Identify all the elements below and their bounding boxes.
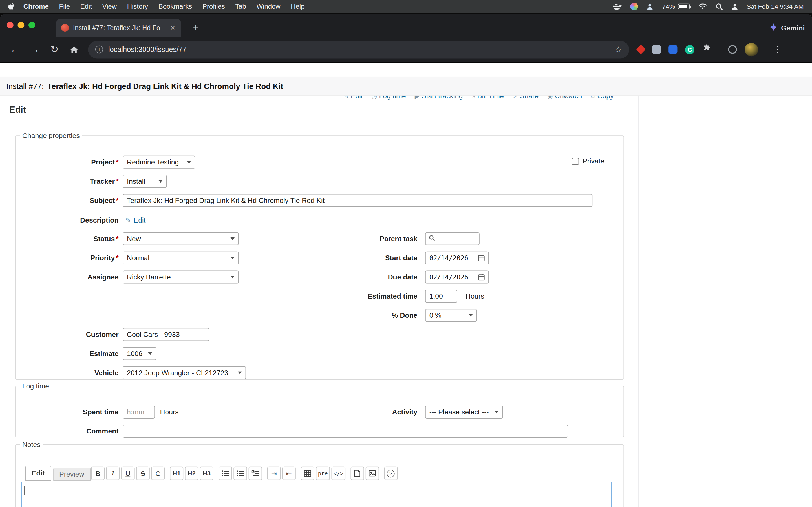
apple-menu-icon[interactable] (8, 3, 15, 10)
done-label: % Done (306, 312, 421, 320)
parent-task-input[interactable] (425, 232, 479, 245)
pinwheel-app-icon[interactable] (630, 3, 638, 10)
extension-blue-icon[interactable] (668, 45, 677, 54)
user-switch-icon[interactable] (731, 3, 739, 10)
extension-ring-icon[interactable] (728, 45, 737, 54)
wifi-icon[interactable] (698, 3, 707, 10)
image-button[interactable] (366, 467, 379, 480)
underline-button[interactable]: U (121, 467, 135, 480)
chevron-down-icon (238, 372, 242, 374)
battery-indicator[interactable]: 74% (662, 3, 689, 10)
start-date-input[interactable]: 02/14/2026 (425, 251, 489, 265)
traffic-light-minimize[interactable] (17, 22, 24, 29)
done-select[interactable]: 0 % (425, 309, 477, 322)
docker-icon[interactable] (613, 3, 622, 10)
start-date-label: Start date (306, 254, 421, 262)
person-app-icon[interactable] (647, 3, 654, 10)
tab-edit[interactable]: Edit (26, 466, 51, 481)
chevron-down-icon (187, 161, 191, 163)
menu-tab[interactable]: Tab (230, 0, 251, 13)
menu-history[interactable]: History (122, 0, 153, 13)
help-button[interactable]: ? (384, 467, 398, 480)
bookmark-star-icon[interactable]: ☆ (615, 45, 622, 54)
tab-preview[interactable]: Preview (53, 467, 90, 481)
start-date-row: Start date 02/14/2026 (306, 251, 624, 265)
description-edit-link[interactable]: ✎ Edit (125, 216, 146, 224)
heading3-button[interactable]: H3 (200, 467, 213, 480)
subject-input[interactable] (123, 194, 592, 207)
tracker-select[interactable]: Install (123, 175, 167, 188)
vehicle-select[interactable]: 2012 Jeep Wrangler - CL212723 (123, 366, 246, 379)
activity-row: Activity --- Please select --- (306, 406, 624, 418)
due-date-input[interactable]: 02/14/2026 (425, 271, 489, 284)
url-text[interactable]: localhost:3000/issues/77 (108, 46, 609, 54)
extension-red-icon[interactable] (636, 45, 646, 54)
traffic-light-zoom[interactable] (29, 22, 35, 29)
italic-button[interactable]: I (106, 467, 120, 480)
spent-time-input[interactable] (123, 406, 155, 418)
site-info-icon[interactable]: i (95, 46, 103, 54)
notes-textarea[interactable] (21, 482, 612, 507)
status-select[interactable]: New (123, 232, 239, 245)
quote-button[interactable]: ⇥ (267, 467, 281, 480)
profile-avatar[interactable] (745, 43, 758, 56)
traffic-light-close[interactable] (7, 22, 13, 29)
comment-input[interactable] (123, 425, 568, 438)
menu-help[interactable]: Help (286, 0, 310, 13)
spotlight-icon[interactable] (715, 3, 723, 10)
table-button[interactable] (301, 467, 314, 480)
address-bar[interactable]: i localhost:3000/issues/77 ☆ (88, 41, 629, 58)
bold-button[interactable]: B (91, 467, 105, 480)
menu-view[interactable]: View (97, 0, 122, 13)
activity-select[interactable]: --- Please select --- (425, 406, 503, 418)
extensions-puzzle-icon[interactable] (702, 43, 712, 55)
extension-grammarly-icon[interactable]: G (685, 45, 695, 54)
window-controls (7, 22, 35, 29)
browser-tab[interactable]: Install #77: Teraflex Jk: Hd Fo × (56, 18, 181, 37)
extensions-area: G ⋮ (638, 43, 784, 56)
browser-menu-icon[interactable]: ⋮ (771, 44, 784, 55)
strikethrough-button[interactable]: S (136, 467, 150, 480)
menu-file[interactable]: File (54, 0, 75, 13)
project-select[interactable]: Redmine Testing (123, 156, 195, 169)
menu-bookmarks[interactable]: Bookmarks (153, 0, 197, 13)
home-button[interactable] (65, 41, 83, 58)
customer-input[interactable] (123, 328, 209, 341)
forward-button[interactable]: → (26, 41, 43, 58)
menu-app-name[interactable]: Chrome (18, 0, 54, 13)
private-checkbox[interactable] (572, 158, 579, 165)
estimated-time-input[interactable] (425, 290, 457, 303)
menubar-clock[interactable]: Sat Feb 14 9:34 AM (747, 3, 804, 10)
numbered-list-button[interactable] (234, 467, 247, 480)
page: Install #77: Teraflex Jk: Hd Forged Drag… (0, 76, 812, 507)
reload-button[interactable]: ↻ (46, 41, 63, 58)
menu-window[interactable]: Window (251, 0, 286, 13)
menu-profiles[interactable]: Profiles (197, 0, 230, 13)
bullet-list-button[interactable] (218, 467, 232, 480)
code-block-button[interactable]: </> (331, 467, 345, 480)
unquote-button[interactable]: ⇤ (282, 467, 296, 480)
gemini-button[interactable]: Gemini (770, 23, 805, 33)
activity-label: Activity (306, 408, 421, 416)
menu-bar-left: Chrome File Edit View History Bookmarks … (8, 0, 310, 13)
new-tab-button[interactable]: + (190, 21, 202, 34)
heading2-button[interactable]: H2 (185, 467, 199, 480)
estimate-select[interactable]: 1006 (123, 347, 156, 360)
priority-select[interactable]: Normal (123, 251, 239, 265)
tab-close-icon[interactable]: × (169, 23, 176, 32)
inline-code-button[interactable]: C (151, 467, 165, 480)
extension-clip-icon[interactable] (652, 45, 661, 54)
back-button[interactable]: ← (6, 41, 24, 58)
hours-suffix: Hours (160, 408, 179, 416)
task-list-button[interactable] (249, 467, 262, 480)
assignee-select[interactable]: Ricky Barrette (123, 271, 239, 284)
wiki-link-button[interactable] (350, 467, 364, 480)
heading1-button[interactable]: H1 (170, 467, 183, 480)
tab-strip: Install #77: Teraflex Jk: Hd Fo × + Gemi… (0, 14, 812, 37)
battery-percent: 74% (662, 3, 675, 10)
status-label: Status* (15, 235, 122, 243)
priority-label: Priority* (15, 254, 122, 262)
project-row: Project* Redmine Testing (15, 156, 623, 169)
menu-edit[interactable]: Edit (75, 0, 97, 13)
preformatted-button[interactable]: pre (316, 467, 330, 480)
